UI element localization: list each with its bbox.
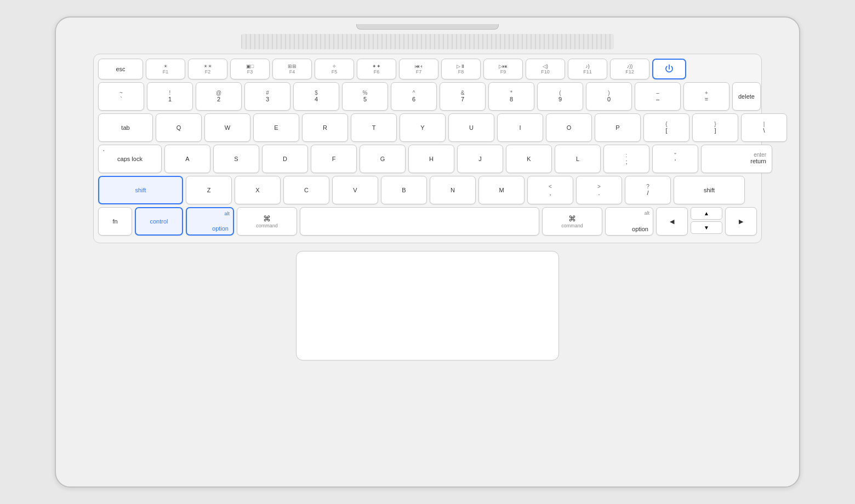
enter-key[interactable]: enter return xyxy=(701,145,772,173)
bottom-row: fn control alt option ⌘ command ⌘ comman… xyxy=(98,207,757,236)
equals-key[interactable]: + = xyxy=(683,82,729,111)
f-key[interactable]: F xyxy=(311,145,357,173)
b-key[interactable]: B xyxy=(381,176,427,204)
s-key[interactable]: S xyxy=(213,145,259,173)
power-key[interactable] xyxy=(652,59,686,79)
q-key[interactable]: Q xyxy=(156,113,202,142)
f11-key[interactable]: ♪) F11 xyxy=(568,59,607,79)
period-key[interactable]: > . xyxy=(576,176,622,204)
f9-key[interactable]: ▷⏭ F9 xyxy=(483,59,523,79)
shift-right-key[interactable]: shift xyxy=(674,176,745,204)
quote-key[interactable]: " ' xyxy=(652,145,698,173)
arrow-right-key[interactable]: ▶ xyxy=(725,207,757,236)
comma-key[interactable]: < , xyxy=(527,176,573,204)
tilde-key[interactable]: ~ ` xyxy=(98,82,144,111)
p-key[interactable]: P xyxy=(595,113,641,142)
slash-key[interactable]: ? / xyxy=(625,176,671,204)
k-key[interactable]: K xyxy=(506,145,552,173)
m-key[interactable]: M xyxy=(478,176,525,204)
fn-key[interactable]: fn xyxy=(98,207,132,236)
c-key[interactable]: C xyxy=(283,176,329,204)
z-key[interactable]: Z xyxy=(186,176,232,204)
keyboard: esc ☀ F1 ☀☀ F2 ▣□ F3 ⊞⊞ F4 ✧ F5 xyxy=(93,54,762,243)
d-key[interactable]: D xyxy=(262,145,308,173)
i-key[interactable]: I xyxy=(497,113,543,142)
f4-key[interactable]: ⊞⊞ F4 xyxy=(272,59,312,79)
1-key[interactable]: ! 1 xyxy=(147,82,193,111)
home-row: • caps lock A S D F G H J K L : ; " ' en… xyxy=(98,145,757,173)
command-right-key[interactable]: ⌘ command xyxy=(542,207,602,236)
9-key[interactable]: ( 9 xyxy=(537,82,583,111)
f3-key[interactable]: ▣□ F3 xyxy=(230,59,270,79)
a-key[interactable]: A xyxy=(164,145,210,173)
l-key[interactable]: L xyxy=(555,145,601,173)
qwerty-row: tab Q W E R T Y U I O P { [ } ] | \ xyxy=(98,113,757,142)
semicolon-key[interactable]: : ; xyxy=(603,145,649,173)
open-bracket-key[interactable]: { [ xyxy=(643,113,689,142)
close-bracket-key[interactable]: } ] xyxy=(692,113,738,142)
4-key[interactable]: $ 4 xyxy=(293,82,339,111)
x-key[interactable]: X xyxy=(235,176,281,204)
shift-row: shift Z X C V B N M < , > . ? / shift xyxy=(98,176,757,204)
2-key[interactable]: @ 2 xyxy=(196,82,242,111)
speaker-grille xyxy=(241,34,614,49)
laptop-body: esc ☀ F1 ☀☀ F2 ▣□ F3 ⊞⊞ F4 ✧ F5 xyxy=(55,16,800,488)
minus-key[interactable]: – – xyxy=(635,82,681,111)
f5-key[interactable]: ✧ F5 xyxy=(315,59,354,79)
option-right-key[interactable]: alt option xyxy=(605,207,653,236)
shift-left-key[interactable]: shift xyxy=(98,176,183,204)
spacebar-key[interactable] xyxy=(300,207,539,236)
arrow-down-key[interactable]: ▼ xyxy=(691,221,722,234)
f7-key[interactable]: ⏮◁ F7 xyxy=(399,59,438,79)
t-key[interactable]: T xyxy=(351,113,397,142)
8-key[interactable]: * 8 xyxy=(488,82,534,111)
7-key[interactable]: & 7 xyxy=(440,82,486,111)
3-key[interactable]: # 3 xyxy=(244,82,290,111)
esc-key[interactable]: esc xyxy=(98,59,143,79)
arrow-up-key[interactable]: ▲ xyxy=(691,207,722,220)
j-key[interactable]: J xyxy=(457,145,503,173)
y-key[interactable]: Y xyxy=(400,113,446,142)
f12-key[interactable]: ♪)) F12 xyxy=(610,59,649,79)
laptop-hinge xyxy=(356,24,499,30)
f1-key[interactable]: ☀ F1 xyxy=(146,59,185,79)
w-key[interactable]: W xyxy=(204,113,250,142)
command-left-key[interactable]: ⌘ command xyxy=(237,207,297,236)
arrow-up-down-keys: ▲ ▼ xyxy=(691,207,722,236)
v-key[interactable]: V xyxy=(332,176,378,204)
r-key[interactable]: R xyxy=(302,113,348,142)
backslash-key[interactable]: | \ xyxy=(741,113,787,142)
6-key[interactable]: ^ 6 xyxy=(391,82,437,111)
tab-key[interactable]: tab xyxy=(98,113,153,142)
0-key[interactable]: ) 0 xyxy=(586,82,632,111)
n-key[interactable]: N xyxy=(430,176,476,204)
o-key[interactable]: O xyxy=(546,113,592,142)
option-left-key[interactable]: alt option xyxy=(186,207,234,236)
e-key[interactable]: E xyxy=(253,113,299,142)
h-key[interactable]: H xyxy=(408,145,454,173)
number-row: ~ ` ! 1 @ 2 # 3 $ 4 % 5 xyxy=(98,82,757,111)
f6-key[interactable]: ✦✦ F6 xyxy=(357,59,396,79)
caps-lock-key[interactable]: • caps lock xyxy=(98,145,162,173)
trackpad[interactable] xyxy=(296,251,559,360)
f10-key[interactable]: ◁) F10 xyxy=(526,59,565,79)
control-key[interactable]: control xyxy=(135,207,183,236)
g-key[interactable]: G xyxy=(360,145,406,173)
u-key[interactable]: U xyxy=(448,113,494,142)
5-key[interactable]: % 5 xyxy=(342,82,388,111)
f2-key[interactable]: ☀☀ F2 xyxy=(188,59,227,79)
arrow-left-key[interactable]: ◀ xyxy=(656,207,688,236)
f8-key[interactable]: ▷⏸ F8 xyxy=(441,59,481,79)
fn-row: esc ☀ F1 ☀☀ F2 ▣□ F3 ⊞⊞ F4 ✧ F5 xyxy=(98,59,757,79)
delete-key[interactable]: delete xyxy=(732,82,761,111)
